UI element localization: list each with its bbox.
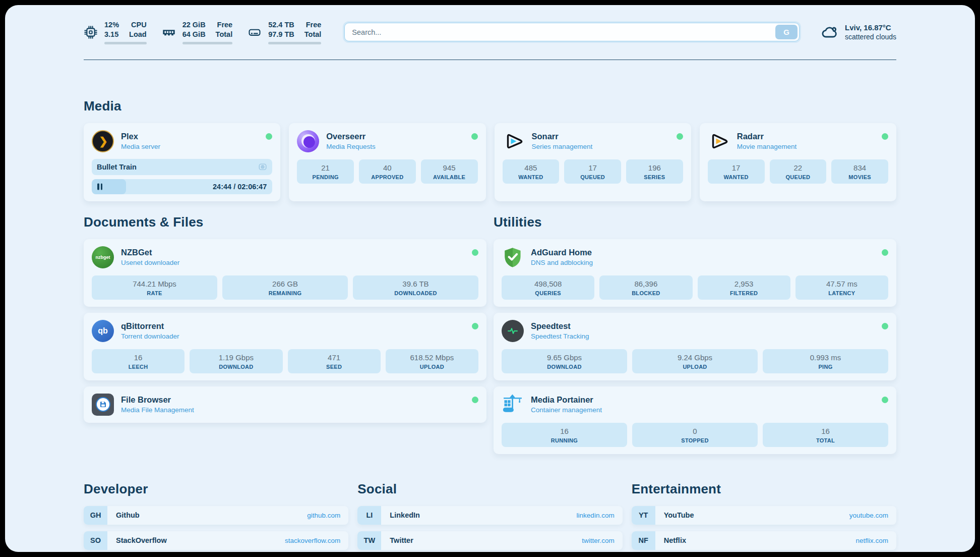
disk-icon — [248, 25, 262, 39]
cpu-progress-bar — [104, 42, 147, 44]
stat-blocked: 86,396 BLOCKED — [599, 275, 692, 300]
ram-icon — [162, 25, 176, 39]
cpu-label-bottom: Load — [129, 30, 147, 39]
weather-condition: scattered clouds — [845, 33, 896, 41]
search-engine-button[interactable]: G — [775, 25, 798, 39]
stat-available: 945 AVAILABLE — [421, 159, 478, 184]
status-online-dot — [472, 323, 478, 329]
app-subtitle: Series management — [532, 143, 593, 150]
portainer-icon — [502, 394, 524, 416]
link-badge: NF — [632, 531, 655, 550]
link-url: twitter.com — [582, 537, 615, 544]
app-subtitle: Usenet downloader — [121, 259, 179, 266]
radarr-icon — [708, 130, 730, 152]
pause-button[interactable] — [97, 183, 102, 190]
status-online-dot — [266, 133, 272, 140]
stat-seed: 471 SEED — [288, 349, 381, 373]
link-row-twitter[interactable]: TW Twitter twitter.com — [357, 531, 622, 550]
app-card-qbittorrent[interactable]: qb qBittorrent Torrent downloader 16 LEE… — [84, 313, 486, 380]
status-online-dot — [472, 249, 478, 256]
topbar-divider — [84, 60, 896, 60]
link-url: linkedin.com — [577, 512, 615, 519]
stat-label: PENDING — [299, 174, 352, 180]
link-url: github.com — [307, 512, 340, 519]
app-subtitle: Media Requests — [326, 143, 376, 150]
stat-value: 498,508 — [504, 280, 592, 288]
stat-wanted: 17 WANTED — [708, 159, 765, 184]
dashboard-page: 12% CPU 3.15 Load 22 GiB Fr — [5, 5, 975, 552]
app-subtitle: Speedtest Tracking — [531, 332, 589, 340]
app-card-portainer[interactable]: Media Portainer Container management 16 … — [494, 386, 896, 454]
speedtest-icon — [502, 320, 524, 342]
link-name: StackOverflow — [116, 536, 167, 544]
app-card-sonarr[interactable]: Sonarr Series management 485 WANTED 17 Q… — [495, 123, 691, 201]
stat-pending: 21 PENDING — [297, 159, 354, 184]
stat-label: UPLOAD — [634, 364, 756, 370]
link-row-github[interactable]: GH Github github.com — [84, 506, 348, 525]
cpu-icon — [84, 25, 98, 39]
adguard-icon — [502, 246, 524, 268]
section-title-social: Social — [357, 481, 622, 497]
stat-label: FILTERED — [700, 290, 788, 296]
status-online-dot — [882, 133, 888, 140]
section-utilities: Utilities AdGuard Home — [494, 214, 896, 454]
playback-progress-bar: 24:44 / 02:06:47 — [92, 179, 272, 194]
app-title: File Browser — [121, 395, 194, 405]
ram-label-bottom: Total — [216, 30, 233, 39]
stat-leech: 16 LEECH — [92, 349, 185, 373]
status-online-dot — [882, 249, 888, 256]
stat-label: QUEUED — [772, 174, 825, 180]
app-card-overseerr[interactable]: Overseerr Media Requests 21 PENDING 40 A… — [289, 123, 485, 201]
stat-remaining: 266 GB REMAINING — [222, 275, 348, 300]
disk-label-top: Free — [304, 20, 322, 30]
link-badge: GH — [84, 506, 107, 525]
stat-rate: 744.21 Mbps RATE — [92, 275, 217, 300]
stat-running: 16 RUNNING — [502, 423, 627, 447]
section-title-utilities: Utilities — [494, 214, 896, 230]
stat-total: 16 TOTAL — [763, 423, 888, 447]
stats-row: 17 WANTED 22 QUEUED 834 MOVIES — [708, 159, 888, 184]
stats-row: 21 PENDING 40 APPROVED 945 AVAILABLE — [297, 159, 477, 184]
stat-label: SERIES — [628, 174, 681, 180]
link-row-netflix[interactable]: NF Netflix netflix.com — [632, 531, 896, 550]
search-bar: G — [344, 23, 800, 41]
stat-value: 47.57 ms — [798, 280, 886, 288]
section-media: Media ❯ Plex Media server Bullet Train — [84, 98, 896, 201]
session-view-icon[interactable] — [258, 162, 267, 172]
search-input[interactable] — [344, 23, 800, 41]
status-online-dot — [472, 397, 478, 403]
link-badge: YT — [632, 506, 655, 525]
app-card-filebrowser[interactable]: File Browser Media File Management — [84, 386, 486, 423]
app-card-speedtest[interactable]: Speedtest Speedtest Tracking 9.65 Gbps D… — [494, 313, 896, 380]
app-title: Radarr — [737, 132, 797, 141]
disk-total-value: 97.9 TB — [268, 30, 294, 39]
stat-upload: 9.24 Gbps UPLOAD — [632, 349, 758, 373]
status-online-dot — [882, 323, 888, 329]
stat-label: APPROVED — [361, 174, 414, 180]
link-url: youtube.com — [849, 512, 888, 519]
stat-download: 9.65 Gbps DOWNLOAD — [502, 349, 627, 373]
app-card-radarr[interactable]: Radarr Movie management 17 WANTED 22 QUE… — [700, 123, 896, 201]
stat-value: 17 — [566, 163, 619, 172]
stat-downloaded: 39.6 TB DOWNLOADED — [353, 275, 478, 300]
stat-label: BLOCKED — [601, 290, 690, 296]
section-title-documents: Documents & Files — [84, 214, 486, 230]
link-row-linkedin[interactable]: LI LinkedIn linkedin.com — [357, 506, 622, 525]
qbittorrent-icon: qb — [92, 320, 114, 342]
app-subtitle: Torrent downloader — [121, 332, 179, 340]
app-title: Speedtest — [531, 321, 589, 331]
stat-value: 9.65 Gbps — [504, 353, 625, 362]
status-online-dot — [471, 133, 478, 140]
filebrowser-icon — [92, 394, 114, 416]
link-row-youtube[interactable]: YT YouTube youtube.com — [632, 506, 896, 525]
app-card-adguard[interactable]: AdGuard Home DNS and adblocking 498,508 … — [494, 239, 896, 307]
link-row-stackoverflow[interactable]: SO StackOverflow stackoverflow.com — [84, 531, 348, 550]
app-subtitle: Media server — [121, 143, 160, 150]
app-card-plex[interactable]: ❯ Plex Media server Bullet Train — [84, 123, 280, 201]
stats-row: 485 WANTED 17 QUEUED 196 SERIES — [503, 159, 683, 184]
section-documents: Documents & Files nzbget NZBGet Usenet d… — [84, 214, 486, 454]
app-card-nzbget[interactable]: nzbget NZBGet Usenet downloader 744.21 M… — [84, 239, 486, 307]
playback-time: 24:44 / 02:06:47 — [213, 183, 267, 191]
stat-latency: 47.57 ms LATENCY — [795, 275, 888, 300]
stat-value: 744.21 Mbps — [94, 280, 215, 288]
